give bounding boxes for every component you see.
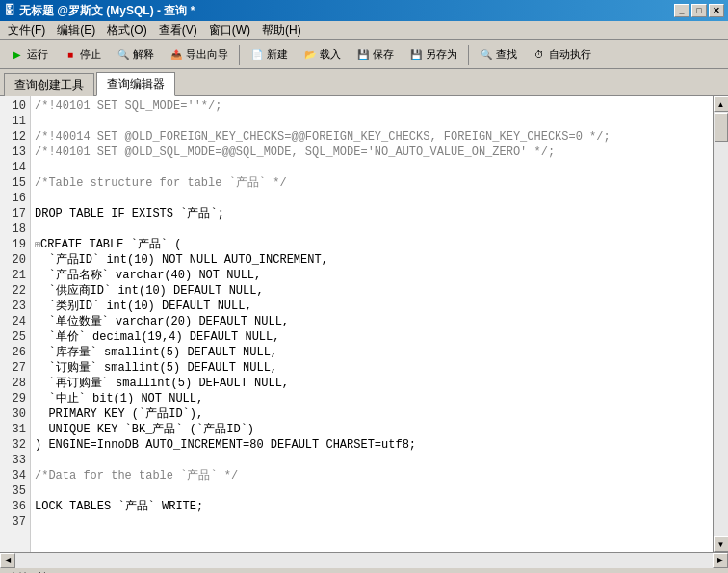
- toolbar-divider-1: [239, 45, 240, 65]
- save-as-label: 另存为: [426, 47, 457, 62]
- line-number: 23: [4, 299, 26, 314]
- line-number: 19: [4, 237, 26, 252]
- menu-bar: 文件(F) 编辑(E) 格式(O) 查看(V) 窗口(W) 帮助(H): [0, 21, 728, 40]
- auto-exec-button[interactable]: ⏱ 自动执行: [526, 43, 598, 66]
- scrollbar-vertical[interactable]: ▲ ▼: [713, 96, 728, 552]
- menu-view[interactable]: 查看(V): [153, 20, 203, 40]
- line-number: 35: [4, 483, 26, 499]
- code-line: [35, 453, 709, 468]
- line-number: 30: [4, 406, 26, 422]
- line-number: 14: [4, 160, 26, 175]
- tabs-bar: 查询创建工具 查询编辑器: [0, 69, 728, 96]
- code-line: UNIQUE KEY `BK_产品` (`产品ID`): [35, 422, 709, 437]
- code-line: [35, 221, 709, 237]
- editor-container: 1011121314151617181920212223242526272829…: [0, 96, 728, 552]
- auto-exec-icon: ⏱: [533, 48, 546, 62]
- code-line: DROP TABLE IF EXISTS `产品`;: [35, 206, 709, 221]
- code-line: /*!40101 SET @OLD_SQL_MODE=@@SQL_MODE, S…: [35, 144, 709, 160]
- scrollbar-horizontal-container: ◀ ▶: [0, 552, 728, 567]
- scroll-down-button[interactable]: ▼: [714, 536, 729, 552]
- load-button[interactable]: 📂 载入: [297, 43, 348, 66]
- save-as-icon: 💾: [409, 48, 423, 62]
- tab-query-builder[interactable]: 查询创建工具: [4, 73, 94, 96]
- code-line: `订购量` smallint(5) DEFAULT NULL,: [35, 360, 709, 376]
- new-button[interactable]: 📄 新建: [244, 43, 295, 66]
- code-line: `单位数量` varchar(20) DEFAULT NULL,: [35, 314, 709, 329]
- explain-button[interactable]: 🔍 解释: [110, 43, 161, 66]
- menu-help[interactable]: 帮助(H): [256, 20, 307, 40]
- line-number: 32: [4, 437, 26, 453]
- new-label: 新建: [267, 47, 288, 62]
- scroll-right-button[interactable]: ▶: [713, 553, 728, 568]
- find-icon: 🔍: [480, 48, 493, 62]
- expand-icon[interactable]: ⊞: [35, 240, 40, 250]
- export-button[interactable]: 📤 导出向导: [163, 43, 235, 66]
- code-line: ⊞CREATE TABLE `产品` (: [35, 237, 709, 252]
- menu-window[interactable]: 窗口(W): [203, 20, 256, 40]
- scroll-up-button[interactable]: ▲: [714, 96, 729, 112]
- line-number: 12: [4, 129, 26, 144]
- code-line: /*!40101 SET SQL_MODE=''*/;: [35, 98, 709, 114]
- line-number: 29: [4, 391, 26, 406]
- save-as-button[interactable]: 💾 另存为: [403, 43, 464, 66]
- scroll-track-vertical[interactable]: [714, 112, 729, 536]
- code-line: PRIMARY KEY (`产品ID`),: [35, 406, 709, 422]
- menu-file[interactable]: 文件(F): [2, 20, 51, 40]
- code-line: `供应商ID` int(10) DEFAULT NULL,: [35, 283, 709, 299]
- code-line: `类别ID` int(10) DEFAULT NULL,: [35, 299, 709, 314]
- scroll-thumb-vertical[interactable]: [715, 113, 728, 142]
- stop-icon: ■: [64, 48, 77, 62]
- line-number: 16: [4, 191, 26, 206]
- line-number: 36: [4, 499, 26, 514]
- code-line: ) ENGINE=InnoDB AUTO_INCREMENT=80 DEFAUL…: [35, 437, 709, 453]
- line-number: 34: [4, 468, 26, 483]
- run-button[interactable]: ▶ 运行: [4, 43, 55, 66]
- explain-label: 解释: [133, 47, 154, 62]
- line-number: 18: [4, 221, 26, 237]
- toolbar-divider-2: [468, 45, 469, 65]
- line-number: 17: [4, 206, 26, 221]
- app-icon: 🗄: [4, 4, 15, 17]
- stop-button[interactable]: ■ 停止: [57, 43, 108, 66]
- save-button[interactable]: 💾 保存: [350, 43, 401, 66]
- minimize-button[interactable]: _: [674, 4, 689, 17]
- new-icon: 📄: [250, 48, 264, 62]
- line-number: 22: [4, 283, 26, 299]
- run-icon: ▶: [11, 48, 24, 62]
- title-bar-text: 🗄 无标题 @罗斯文 (MySQL) - 查询 *: [4, 3, 195, 19]
- status-bar: 查询时间: 0.000s: [0, 567, 728, 573]
- line-number: 31: [4, 422, 26, 437]
- find-label: 查找: [496, 47, 517, 62]
- toolbar: ▶ 运行 ■ 停止 🔍 解释 📤 导出向导 📄 新建 📂 载入 💾 保存 💾 另…: [0, 40, 728, 69]
- menu-format[interactable]: 格式(O): [101, 20, 152, 40]
- title-bar-controls: _ □ ✕: [674, 4, 724, 17]
- scroll-track-horizontal[interactable]: [15, 553, 713, 568]
- line-number: 33: [4, 453, 26, 468]
- save-label: 保存: [373, 47, 394, 62]
- code-line: [35, 514, 709, 530]
- menu-edit[interactable]: 编辑(E): [51, 20, 101, 40]
- code-editor[interactable]: /*!40101 SET SQL_MODE=''*/;/*!40014 SET …: [31, 96, 713, 552]
- find-button[interactable]: 🔍 查找: [473, 43, 524, 66]
- auto-exec-label: 自动执行: [549, 47, 591, 62]
- maximize-button[interactable]: □: [691, 4, 707, 17]
- save-icon: 💾: [356, 48, 370, 62]
- export-icon: 📤: [169, 48, 183, 62]
- scroll-left-button[interactable]: ◀: [0, 553, 15, 568]
- load-icon: 📂: [303, 48, 317, 62]
- line-number: 28: [4, 376, 26, 391]
- line-number: 15: [4, 175, 26, 191]
- code-line: [35, 483, 709, 499]
- code-line: `产品ID` int(10) NOT NULL AUTO_INCREMENT,: [35, 252, 709, 268]
- line-number: 11: [4, 114, 26, 129]
- title-bar: 🗄 无标题 @罗斯文 (MySQL) - 查询 * _ □ ✕: [0, 0, 728, 21]
- code-line: /*!40014 SET @OLD_FOREIGN_KEY_CHECKS=@@F…: [35, 129, 709, 144]
- load-label: 载入: [320, 47, 341, 62]
- tab-query-editor[interactable]: 查询编辑器: [96, 72, 175, 96]
- line-number: 21: [4, 268, 26, 283]
- code-line: LOCK TABLES `产品` WRITE;: [35, 499, 709, 514]
- close-button[interactable]: ✕: [709, 4, 724, 17]
- code-line: `单价` decimal(19,4) DEFAULT NULL,: [35, 329, 709, 345]
- line-number: 24: [4, 314, 26, 329]
- code-line: /*Table structure for table `产品` */: [35, 175, 709, 191]
